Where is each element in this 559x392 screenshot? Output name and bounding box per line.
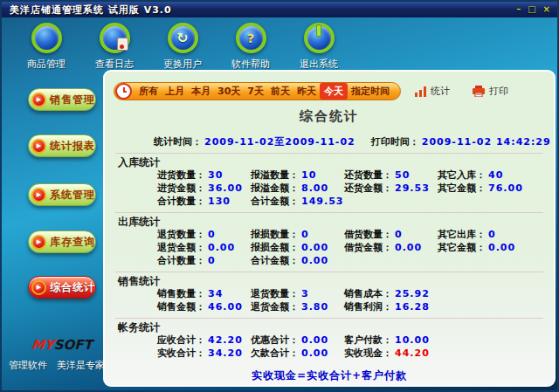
tab-30-days[interactable]: 30天 — [214, 85, 244, 98]
toolbar-item-label: 商品管理 — [27, 58, 66, 71]
power-icon — [304, 23, 335, 53]
stat-value: 130 — [208, 196, 231, 207]
stat-label: 应收合计： — [157, 334, 205, 346]
play-circle-icon: ▶ — [31, 139, 46, 154]
stat-time: 统计时间：2009-11-02至2009-11-02 — [154, 135, 355, 148]
stat-cell: 退货金额：0.00 — [157, 242, 251, 254]
restore-button[interactable]: □ — [528, 4, 535, 15]
tab-this-month[interactable]: 本月 — [188, 85, 214, 98]
stat-cell: 报损数量：0 — [251, 229, 344, 241]
window-controls: – □ × — [516, 4, 550, 15]
stat-value: 42.20 — [208, 334, 243, 346]
stat-value: 30 — [208, 169, 223, 181]
minimize-button[interactable]: – — [516, 4, 521, 15]
switch-user-refresh-icon: ↻ — [168, 23, 198, 53]
sidebar-item-system-management[interactable]: ▶ 系统管理 — [28, 183, 96, 206]
stat-value: 25.92 — [395, 288, 430, 299]
stat-label: 销售金额： — [157, 301, 205, 313]
stat-cell: 退货数量：0 — [157, 229, 251, 241]
sidebar-item-sales-management[interactable]: ▶ 销售管理 — [28, 88, 96, 111]
print-button[interactable]: 打印 — [473, 85, 508, 98]
tab-all[interactable]: 所有 — [135, 85, 162, 98]
stat-row: 销售金额：46.00退货金额：3.80销售利润：16.28 — [157, 301, 554, 313]
tab-yesterday[interactable]: 昨天 — [293, 85, 320, 98]
stat-cell: 销售利润：16.28 — [344, 301, 438, 313]
title-bar: 美洋店铺通管理系统 试用版 V3.0 – □ × — [2, 2, 557, 17]
stat-sections: 入库统计进货数量：30报溢数量：10还货数量：50其它入库：40进货金额：36.… — [105, 153, 554, 360]
date-filter-pill: 所有 上月 本月 30天 7天 前天 昨天 今天 指定时间 — [114, 82, 401, 100]
play-circle-icon: ▶ — [31, 280, 46, 295]
view-log-icon — [100, 23, 130, 53]
tab-day-before[interactable]: 前天 — [267, 85, 293, 98]
stat-cell: 实收合计：34.20 — [157, 347, 251, 360]
stat-value: 0.00 — [301, 334, 328, 346]
stat-value: 10 — [301, 169, 316, 181]
stat-value: 3.80 — [301, 301, 328, 313]
stat-cell: 销售数量：34 — [157, 288, 251, 300]
stat-row: 进货金额：36.00报溢金额：8.00还货金额：29.53其它金额：76.00 — [157, 182, 554, 195]
panel-actions: 统计 打印 — [415, 85, 508, 98]
tab-today[interactable]: 今天 — [320, 83, 348, 100]
stats-button[interactable]: 统计 — [415, 85, 450, 98]
stat-value: 0.00 — [395, 242, 422, 253]
bar-chart-icon — [415, 86, 426, 97]
stat-value: 0 — [208, 229, 216, 240]
stat-label: 销售成本： — [344, 288, 392, 299]
sidebar-item-inventory-query[interactable]: ▶ 库存查询 — [28, 230, 96, 253]
stat-cell: 合计数量：0 — [157, 255, 251, 267]
section-title: 入库统计 — [118, 157, 554, 168]
toolbar-item-view-log[interactable]: 查看日志 — [80, 23, 148, 71]
tab-7-days[interactable]: 7天 — [244, 85, 267, 98]
stat-cell: 其它金额：0.00 — [438, 242, 554, 254]
stat-value: 34 — [208, 288, 223, 299]
stat-label: 进货数量： — [157, 169, 205, 181]
stat-cell: 合计数量：130 — [157, 196, 251, 208]
stat-label: 报溢金额： — [251, 182, 299, 194]
stat-label: 退货数量： — [157, 229, 205, 240]
stat-cell: 还货数量：50 — [344, 169, 438, 182]
stat-value: 0.00 — [301, 255, 328, 266]
stat-value: 46.00 — [208, 301, 243, 313]
tab-last-month[interactable]: 上月 — [162, 85, 188, 98]
toolbar-item-exit[interactable]: 退出系统 — [285, 23, 353, 71]
print-time: 打印时间：2009-11-02 14:42:29 — [371, 135, 551, 148]
app-window: 美洋店铺通管理系统 试用版 V3.0 – □ × 商品管理 查看日志 ↻ 更换用… — [0, 0, 559, 392]
stat-cell: 实收现金：44.20 — [344, 347, 438, 360]
printer-icon — [473, 86, 485, 97]
sidebar-item-statistics-reports[interactable]: ▶ 统计报表 — [28, 134, 96, 157]
stat-time-value: 2009-11-02至2009-11-02 — [204, 136, 355, 148]
stat-label: 其它出库： — [438, 229, 486, 240]
stat-label: 其它金额： — [438, 182, 486, 194]
stat-label: 优惠合计： — [251, 334, 299, 346]
page-title: 综合统计 — [105, 108, 554, 125]
stat-label: 退货金额： — [251, 301, 299, 313]
stat-value: 0.00 — [488, 242, 515, 253]
stat-label: 欠款合计： — [251, 347, 299, 359]
stat-value: 0.00 — [301, 347, 328, 359]
stat-cell: 合计金额：149.53 — [251, 196, 344, 208]
section-separator — [115, 272, 543, 272]
toolbar-item-switch-user[interactable]: ↻ 更换用户 — [148, 23, 217, 71]
window-title: 美洋店铺通管理系统 试用版 V3.0 — [10, 3, 172, 17]
close-button[interactable]: × — [543, 4, 550, 15]
stat-label: 报溢数量： — [251, 169, 299, 181]
stat-label: 合计数量： — [157, 196, 205, 207]
stat-cell: 借货金额：0.00 — [344, 242, 438, 254]
stat-label: 其它入库： — [438, 169, 486, 181]
section-separator — [115, 318, 543, 319]
stat-cell: 销售金额：46.00 — [157, 301, 251, 313]
toolbar-item-label: 更换用户 — [163, 58, 202, 71]
toolbar: 商品管理 查看日志 ↻ 更换用户 ? 软件帮助 退出系统 — [12, 23, 353, 71]
section-title: 帐务统计 — [118, 322, 554, 334]
stat-row: 退货数量：0报损数量：0借货数量：0其它出库：0 — [157, 229, 554, 241]
stat-label: 客户付款： — [344, 334, 392, 346]
stat-cell: 欠款合计：0.00 — [251, 347, 344, 360]
toolbar-item-products[interactable]: 商品管理 — [12, 23, 80, 71]
toolbar-item-help[interactable]: ? 软件帮助 — [217, 23, 285, 71]
stat-cell: 其它出库：0 — [438, 229, 554, 241]
stat-value: 0 — [301, 229, 309, 240]
sidebar-item-comprehensive-statistics[interactable]: ▶ 综合统计 — [28, 276, 96, 299]
formula-note: 实收现金=实收合计+客户付款 — [105, 368, 554, 383]
stat-label: 还货数量： — [344, 169, 392, 181]
tab-custom-range[interactable]: 指定时间 — [348, 85, 393, 98]
